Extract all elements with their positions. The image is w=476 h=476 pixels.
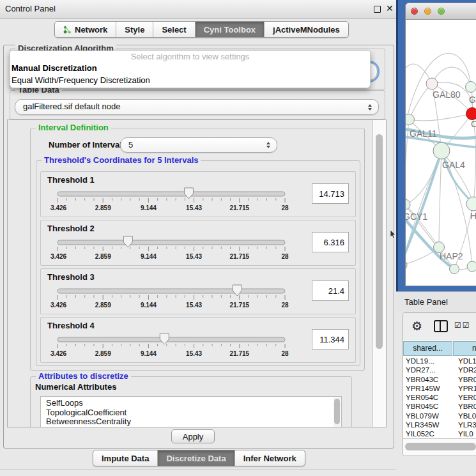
- tab-select[interactable]: Select: [153, 22, 195, 37]
- table-cell[interactable]: YDR2: [456, 365, 476, 374]
- table-cell[interactable]: YPR1: [456, 384, 476, 393]
- table-row[interactable]: YBL079WYBL0: [403, 411, 476, 420]
- slider-thumb[interactable]: [233, 285, 242, 296]
- threshold-slider[interactable]: -3.4262.8599.14415.4321.71528: [50, 186, 293, 214]
- table-cell[interactable]: YIL052C: [403, 429, 456, 438]
- close-traffic-light-icon[interactable]: [411, 8, 418, 15]
- table-cell[interactable]: YBR043C: [403, 375, 456, 384]
- zoom-traffic-light-icon[interactable]: [438, 8, 445, 15]
- network-graph[interactable]: GAL80GACGAL11GAL4GCY1HHAP2: [406, 20, 476, 286]
- svg-text:-3.426: -3.426: [50, 350, 67, 357]
- apply-button[interactable]: Apply: [171, 429, 215, 443]
- horizontal-scrollbar[interactable]: [403, 438, 476, 456]
- attribute-list-item[interactable]: BetweennessCentrality: [41, 417, 341, 427]
- network-node[interactable]: [406, 260, 407, 270]
- threshold-slider[interactable]: -3.4262.8599.14415.4321.71528: [50, 332, 293, 360]
- attribute-list-item[interactable]: SelfLoops: [41, 399, 341, 408]
- slider-thumb[interactable]: [123, 236, 132, 247]
- combo-stepper-icon[interactable]: [266, 142, 270, 148]
- tab-discretize-data[interactable]: Discretize Data: [158, 450, 234, 466]
- network-node[interactable]: [450, 265, 459, 274]
- threshold-slider-area[interactable]: -3.4262.8599.14415.4321.71528: [50, 283, 293, 311]
- table-row[interactable]: YIL052CYIL0: [403, 429, 476, 438]
- table-cell[interactable]: YDL1: [456, 357, 476, 365]
- table-row[interactable]: YBR045CYBR0: [403, 402, 476, 411]
- network-edge[interactable]: [409, 114, 472, 121]
- table-cell[interactable]: YBR0: [456, 375, 476, 384]
- algorithm-option[interactable]: Manual Discretization: [10, 62, 370, 74]
- table-row[interactable]: YLR345WYLR3: [403, 420, 476, 429]
- vertical-scrollbar-thumb[interactable]: [376, 134, 383, 349]
- table-column-header[interactable]: shared...: [403, 341, 452, 356]
- list-scrollbar-thumb[interactable]: [334, 399, 340, 424]
- threshold-slider-area[interactable]: -3.4262.8599.14415.4321.71528: [50, 332, 293, 360]
- table-cell[interactable]: YLR345W: [403, 420, 456, 429]
- table-cell[interactable]: YDR27...: [403, 365, 456, 374]
- number-of-intervals-combobox[interactable]: 5: [120, 137, 277, 153]
- tab-label: Select: [162, 25, 186, 35]
- tab-infer-network[interactable]: Infer Network: [235, 450, 305, 466]
- table-row[interactable]: YBR043CYBR0: [403, 375, 476, 384]
- numerical-attributes-list[interactable]: SelfLoopsTopologicalCoefficientBetweenne…: [40, 396, 342, 427]
- threshold-label: Threshold 3: [47, 272, 95, 282]
- table-cell[interactable]: YBL079W: [403, 411, 456, 420]
- threshold-slider[interactable]: -3.4262.8599.14415.4321.71528: [50, 283, 293, 311]
- tab-jactivemnodules[interactable]: jActiveMNodules: [265, 22, 348, 37]
- column-layout-icon[interactable]: [434, 320, 448, 332]
- network-edge[interactable]: [409, 84, 432, 119]
- network-node[interactable]: [406, 199, 410, 210]
- network-node-label: GCY1: [406, 211, 427, 222]
- network-node[interactable]: [426, 78, 438, 89]
- tab-style[interactable]: Style: [116, 22, 153, 37]
- tab-cyni-toolbox[interactable]: Cyni Toolbox: [196, 22, 265, 37]
- table-column-header[interactable]: name: [453, 341, 476, 356]
- algorithm-option[interactable]: Equal Width/Frequency Discretization: [10, 74, 370, 86]
- tab-impute-data[interactable]: Impute Data: [93, 450, 158, 466]
- table-cell[interactable]: YER0: [456, 393, 476, 402]
- vertical-scrollbar[interactable]: [372, 120, 386, 427]
- settings-gear-icon[interactable]: ⚙: [411, 318, 422, 335]
- attribute-list-item[interactable]: TopologicalCoefficient: [41, 408, 341, 418]
- table-cell[interactable]: YLR3: [456, 420, 476, 429]
- table-cell[interactable]: YIL0: [456, 429, 473, 438]
- threshold-slider-area[interactable]: -3.4262.8599.14415.4321.71528: [50, 234, 293, 263]
- combo-stepper-icon[interactable]: [368, 104, 372, 111]
- table-row[interactable]: YPR145WYPR1: [403, 384, 476, 393]
- slider-thumb[interactable]: [160, 334, 169, 344]
- threshold-value-field[interactable]: 11.344: [312, 329, 349, 349]
- horizontal-scrollbar-thumb[interactable]: [405, 443, 476, 450]
- table-row[interactable]: YDL19...YDL1: [403, 357, 476, 365]
- table-cell[interactable]: YBR0: [456, 402, 476, 411]
- table-cell[interactable]: YDL19...: [403, 357, 456, 365]
- threshold-slider[interactable]: -3.4262.8599.14415.4321.71528: [50, 234, 293, 263]
- float-window-icon[interactable]: [374, 6, 381, 13]
- slider-thumb[interactable]: [184, 188, 193, 199]
- network-node[interactable]: [466, 108, 476, 120]
- table-cell[interactable]: YBL0: [456, 411, 476, 420]
- svg-text:15.43: 15.43: [186, 302, 202, 309]
- network-node[interactable]: [466, 82, 476, 93]
- select-columns-icon[interactable]: ☑☑: [454, 321, 471, 330]
- threshold-value-field[interactable]: 21.4: [312, 280, 349, 301]
- network-node[interactable]: [406, 114, 415, 125]
- network-edge[interactable]: [441, 151, 473, 204]
- minimize-traffic-light-icon[interactable]: [424, 8, 431, 15]
- network-canvas[interactable]: GAL80GACGAL11GAL4GCY1HHAP2: [406, 20, 476, 286]
- table-data-combobox[interactable]: galFiltered.sif default node: [15, 99, 379, 115]
- close-icon[interactable]: ✕: [386, 3, 394, 13]
- network-edge-highlighted[interactable]: [441, 151, 473, 204]
- threshold-row: Threshold 4-3.4262.8599.14415.4321.71528…: [40, 317, 356, 363]
- table-cell[interactable]: YPR145W: [403, 384, 456, 393]
- list-scrollbar[interactable]: [334, 397, 341, 427]
- network-edge[interactable]: [439, 151, 441, 247]
- threshold-slider-area[interactable]: -3.4262.8599.14415.4321.71528: [50, 186, 293, 214]
- table-cell[interactable]: YER054C: [403, 393, 456, 402]
- table-row[interactable]: YER054CYER0: [403, 393, 476, 402]
- tab-network[interactable]: Network: [55, 22, 116, 37]
- threshold-value-field[interactable]: 14.713: [312, 183, 349, 204]
- network-node[interactable]: [433, 142, 450, 159]
- network-node[interactable]: [467, 261, 476, 272]
- table-row[interactable]: YDR27...YDR2: [403, 365, 476, 374]
- table-cell[interactable]: YBR045C: [403, 402, 456, 411]
- threshold-value-field[interactable]: 6.316: [312, 232, 349, 252]
